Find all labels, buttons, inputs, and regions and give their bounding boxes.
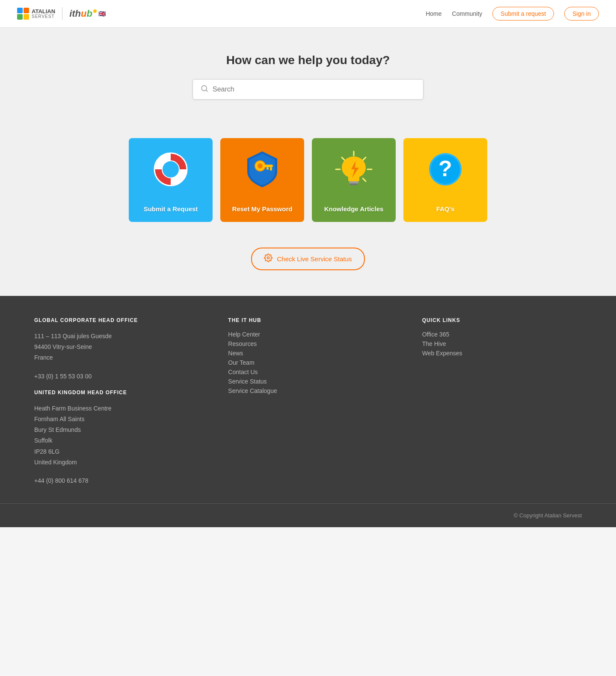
footer-columns: GLOBAL CORPORATE HEAD OFFICE 111 – 113 Q… [0, 296, 616, 503]
copyright-text: © Copyright Atalian Servest [514, 512, 582, 519]
sq-blue [17, 8, 23, 13]
sq-green [17, 14, 23, 20]
svg-point-23 [267, 257, 270, 259]
hero-section: How can we help you today? [0, 28, 616, 117]
flag-icon: 🇬🇧 [98, 10, 106, 17]
footer-heading-ithub: THE IT HUB [228, 317, 388, 323]
logo-squares [17, 8, 29, 20]
logo-text-atalian: ATALIAN [32, 9, 55, 14]
hub-b: b [86, 8, 92, 19]
svg-rect-18 [349, 181, 358, 183]
footer-link-contact-us[interactable]: Contact Us [228, 369, 388, 375]
svg-rect-9 [264, 165, 273, 167]
svg-rect-10 [270, 167, 272, 171]
footer-address-global: 111 – 113 Quai jules Guesde 94400 Vitry-… [34, 331, 194, 363]
logo-divider [62, 7, 62, 20]
card-label-reset: Reset My Password [232, 205, 293, 213]
svg-point-8 [258, 163, 263, 168]
card-icon-faqs: ? [422, 146, 469, 193]
footer-link-resources[interactable]: Resources [228, 340, 388, 347]
svg-rect-11 [267, 167, 269, 170]
logo-text-servest: SERVEST [32, 14, 55, 19]
sq-orange [24, 8, 29, 13]
footer-link-the-hive[interactable]: The Hive [422, 340, 582, 347]
hub-dot [93, 9, 97, 13]
footer-link-web-expenses[interactable]: Web Expenses [422, 350, 582, 357]
nav-community[interactable]: Community [452, 10, 483, 17]
svg-line-16 [342, 157, 345, 160]
footer-address-uk: Heath Farm Business Centre Fornham All S… [34, 403, 194, 468]
search-icon [201, 85, 208, 94]
header-nav: Home Community Submit a request Sign in [426, 7, 599, 21]
card-icon-reset [239, 146, 286, 193]
svg-text:?: ? [438, 156, 452, 181]
footer-link-service-catalogue[interactable]: Service Catalogue [228, 387, 388, 394]
card-label-submit: Submit a Request [144, 205, 198, 213]
footer-col-offices: GLOBAL CORPORATE HEAD OFFICE 111 – 113 Q… [34, 317, 194, 486]
card-label-faqs: FAQ's [436, 205, 455, 213]
card-reset-password[interactable]: Reset My Password [220, 138, 304, 222]
footer-bottom: © Copyright Atalian Servest [0, 503, 616, 527]
hero-title: How can we help you today? [9, 53, 607, 67]
search-bar [192, 79, 424, 100]
footer-col-ithub: THE IT HUB Help Center Resources News Ou… [228, 317, 388, 486]
footer-link-service-status[interactable]: Service Status [228, 378, 388, 385]
check-service-status-button[interactable]: Check Live Service Status [251, 248, 364, 270]
svg-line-15 [363, 178, 366, 181]
hub-h: h [75, 8, 81, 19]
sq-yellow [24, 14, 29, 20]
nav-home[interactable]: Home [426, 10, 441, 17]
footer-col-quicklinks: QUICK LINKS Office 365 The Hive Web Expe… [422, 317, 582, 486]
footer-link-news[interactable]: News [228, 350, 388, 357]
footer-link-office365[interactable]: Office 365 [422, 331, 582, 338]
it-text: it [69, 8, 75, 19]
svg-line-1 [206, 90, 207, 91]
card-icon-knowledge [330, 146, 377, 193]
footer-link-our-team[interactable]: Our Team [228, 359, 388, 366]
gear-icon [264, 254, 272, 264]
footer-phone-global: +33 (0) 1 55 53 03 00 [34, 371, 194, 382]
card-submit-request[interactable]: Submit a Request [129, 138, 213, 222]
status-button-label: Check Live Service Status [277, 255, 352, 263]
footer-link-help-center[interactable]: Help Center [228, 331, 388, 338]
search-input[interactable] [213, 86, 415, 93]
footer-heading-quicklinks: QUICK LINKS [422, 317, 582, 323]
hub-u: u [81, 8, 86, 19]
ithub-logo: it hub 🇬🇧 [69, 8, 106, 19]
atalian-logo: ATALIAN SERVEST [17, 8, 55, 20]
header-logo: ATALIAN SERVEST it hub 🇬🇧 [17, 7, 106, 20]
card-knowledge[interactable]: Knowledge Articles [312, 138, 396, 222]
svg-line-13 [363, 157, 366, 160]
footer-heading-uk: UNITED KINGDOM HEAD OFFICE [34, 390, 194, 396]
svg-rect-19 [350, 183, 358, 185]
cards-section: Submit a Request Reset My Password [0, 117, 616, 248]
card-faqs[interactable]: ? FAQ's [403, 138, 487, 222]
footer-heading-global: GLOBAL CORPORATE HEAD OFFICE [34, 317, 194, 323]
header: ATALIAN SERVEST it hub 🇬🇧 Home Community… [0, 0, 616, 28]
status-section: Check Live Service Status [0, 248, 616, 296]
sign-in-button[interactable]: Sign in [564, 7, 599, 21]
footer: GLOBAL CORPORATE HEAD OFFICE 111 – 113 Q… [0, 296, 616, 527]
footer-phone-uk: +44 (0) 800 614 678 [34, 475, 194, 486]
card-icon-submit [147, 146, 194, 193]
card-label-knowledge: Knowledge Articles [324, 205, 384, 213]
submit-request-button[interactable]: Submit a request [492, 7, 554, 21]
